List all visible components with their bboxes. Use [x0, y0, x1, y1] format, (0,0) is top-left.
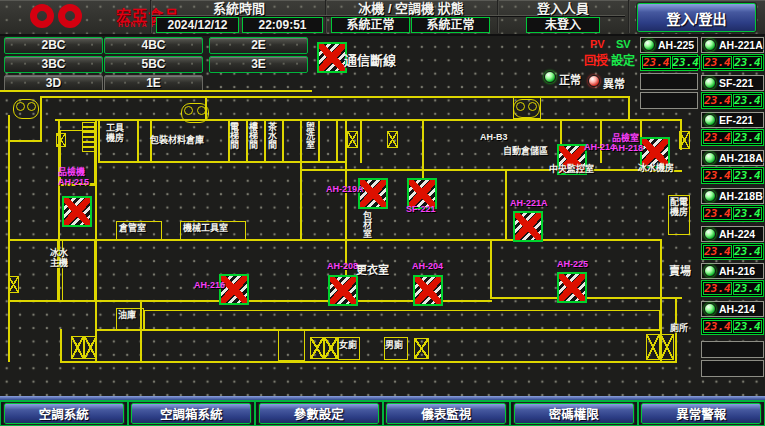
unit-status-SF-221[interactable]: SF-221: [701, 75, 764, 91]
header-divider: [497, 0, 499, 33]
sv-value: 23.4: [733, 169, 762, 182]
empty-slot: [640, 73, 698, 90]
unit-values-EF-221: 23.423.4: [701, 129, 764, 146]
room-label: 冰水主機: [50, 248, 68, 268]
unit-values-AH-221A: 23.423.4: [701, 54, 764, 71]
unit-tag-label: 品檢室AH-218: [612, 134, 643, 153]
wall-segment: [300, 119, 302, 163]
stair-icon: [513, 99, 540, 118]
room-label: 工具機房: [106, 123, 124, 143]
unit-values-AH-214: 23.423.4: [701, 318, 764, 335]
unit-status-AH-221A[interactable]: AH-221A: [701, 37, 764, 53]
wall-segment: [336, 119, 338, 163]
room-label: 中央監控室: [549, 164, 594, 174]
wall-segment: [98, 119, 100, 163]
stair-icon: [13, 99, 39, 119]
floor-button-5BC[interactable]: 5BC: [104, 56, 203, 73]
elevator-x-symbol: [8, 276, 19, 293]
elevator-x-symbol: [646, 334, 660, 360]
floor-button-4BC[interactable]: 4BC: [104, 37, 203, 54]
pv-value: 23.4: [703, 131, 732, 144]
comm-fail-unit-icon[interactable]: [62, 196, 92, 227]
unit-values-AH-218B: 23.423.4: [701, 205, 764, 222]
unit-name-label: AH-218A: [719, 152, 763, 164]
sv-value: 23.4: [733, 320, 762, 333]
abnormal-led-icon: [588, 75, 600, 87]
room-label: 油庫: [118, 310, 136, 320]
wall-segment: [137, 119, 139, 163]
status-led-icon: [704, 265, 716, 277]
elevator-x-symbol: [56, 133, 66, 147]
room-label: 機械工具室: [183, 223, 228, 233]
pv-value: 23.4: [703, 207, 732, 220]
pv-value: 23.4: [703, 94, 732, 107]
sv-value: 23.4: [672, 56, 701, 69]
room-label: 倉管室: [119, 223, 146, 233]
pv-value: 23.4: [703, 320, 732, 333]
nav-button-2[interactable]: 空調箱系統: [131, 403, 251, 424]
nav-button-1[interactable]: 空調系統: [4, 403, 124, 424]
wall-segment: [40, 96, 630, 98]
room-label: 盥洗室: [305, 122, 314, 149]
system-time-label: 系統時間: [155, 1, 323, 16]
empty-slot: [701, 341, 764, 358]
unit-name-label: AH-225: [658, 39, 694, 51]
wall-segment: [264, 119, 266, 163]
wall-segment: [40, 96, 42, 142]
room-label: 冰水機房: [638, 163, 674, 173]
room-label: 包裝材料倉庫: [150, 135, 204, 145]
status-led-icon: [704, 190, 716, 202]
chiller-ac-status-label: 冰機 / 空調機 狀態: [327, 1, 495, 16]
nav-button-5[interactable]: 密碼權限: [514, 403, 634, 424]
status-led-icon: [704, 152, 716, 164]
room-label: 自動倉儲區: [503, 146, 548, 156]
wall-segment: [505, 169, 507, 241]
nav-button-4[interactable]: 儀表監視: [386, 403, 506, 424]
header-divider: [628, 0, 630, 33]
comm-fail-legend-icon: [317, 42, 347, 73]
sv-value: 23.4: [733, 282, 762, 295]
nav-cell-1: 空調系統: [0, 401, 128, 426]
status-led-icon: [704, 77, 716, 89]
unit-status-AH-225[interactable]: AH-225: [640, 37, 698, 53]
elevator-x-symbol: [414, 338, 429, 359]
comm-fail-unit-icon[interactable]: [557, 272, 587, 303]
sv-value: 23.4: [733, 56, 762, 69]
header-bar: 宏亞食品 HUNYA FOODS 系統時間 2024/12/12 22:09:5…: [0, 0, 765, 36]
sv-value: 23.4: [733, 207, 762, 220]
nav-cell-3: 參數設定: [255, 401, 383, 426]
floor-button-3E[interactable]: 3E: [209, 56, 308, 73]
unit-tag-label: AH-208: [327, 262, 358, 272]
wall-segment: [0, 90, 312, 92]
unit-name-label: AH-216: [719, 265, 755, 277]
abnormal-legend-label: 異常: [603, 75, 625, 91]
comm-fail-unit-icon[interactable]: [328, 275, 358, 306]
login-user-label: 登入人員: [500, 1, 626, 16]
room-label: 男廁: [385, 340, 403, 350]
stair-icon: [181, 103, 209, 123]
login-logout-button[interactable]: 登入/登出: [637, 3, 756, 32]
comm-fail-unit-icon[interactable]: [513, 211, 543, 242]
pv-value: 23.4: [703, 169, 732, 182]
nav-button-3[interactable]: 參數設定: [259, 403, 379, 424]
bottom-nav-bar: 空調系統空調箱系統參數設定儀表監視密碼權限異常警報: [0, 400, 765, 426]
sv-value: 23.4: [733, 94, 762, 107]
floor-button-2E[interactable]: 2E: [209, 37, 308, 54]
elevator-x-symbol: [84, 336, 97, 359]
unit-status-AH-214[interactable]: AH-214: [701, 301, 764, 317]
elevator-x-symbol: [679, 131, 690, 149]
status-led-icon: [704, 39, 716, 51]
room-outline: [278, 330, 305, 361]
unit-status-AH-224[interactable]: AH-224: [701, 226, 764, 242]
unit-status-EF-221[interactable]: EF-221: [701, 112, 764, 128]
elevator-x-symbol: [324, 337, 338, 359]
room-outline: [144, 310, 660, 330]
unit-status-AH-216[interactable]: AH-216: [701, 263, 764, 279]
header-divider: [150, 0, 152, 33]
unit-status-AH-218A[interactable]: AH-218A: [701, 150, 764, 166]
floor-button-2BC[interactable]: 2BC: [4, 37, 103, 54]
comm-fail-unit-icon[interactable]: [413, 275, 443, 306]
floor-button-3BC[interactable]: 3BC: [4, 56, 103, 73]
unit-status-AH-218B[interactable]: AH-218B: [701, 188, 764, 204]
nav-button-6[interactable]: 異常警報: [641, 403, 761, 424]
